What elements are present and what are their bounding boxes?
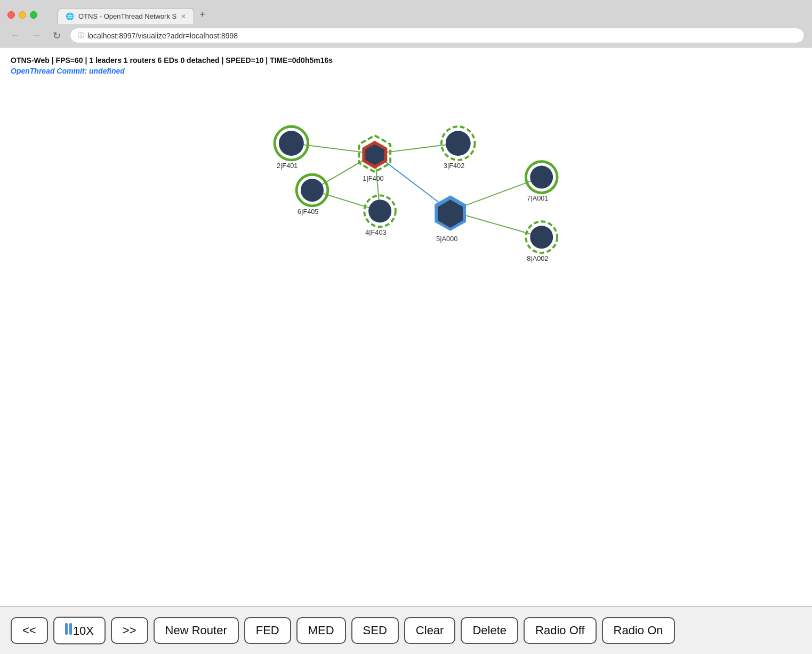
label-2: 2|F401 xyxy=(277,162,298,170)
radio-off-button[interactable]: Radio Off xyxy=(524,617,597,644)
radio-on-button[interactable]: Radio On xyxy=(602,617,675,644)
forward-button[interactable]: → xyxy=(29,29,44,42)
tab-favicon: 🌐 xyxy=(66,12,74,20)
node-7[interactable] xyxy=(526,162,557,193)
reload-button[interactable]: ↻ xyxy=(50,29,63,43)
browser-tab[interactable]: 🌐 OTNS - OpenThread Network S ✕ xyxy=(58,8,194,24)
label-4: 4|F403 xyxy=(365,228,386,236)
node-3[interactable] xyxy=(441,126,475,160)
label-7: 7|A001 xyxy=(527,194,548,202)
tab-close-button[interactable]: ✕ xyxy=(181,13,186,20)
label-6: 6|F405 xyxy=(298,208,318,216)
new-tab-button[interactable]: + xyxy=(194,5,211,24)
svg-line-0 xyxy=(291,143,374,154)
label-5: 5|A000 xyxy=(436,235,457,243)
node-6[interactable] xyxy=(296,174,328,206)
traffic-lights xyxy=(7,11,37,19)
page-content: OTNS-Web | FPS=60 | 1 leaders 1 routers … xyxy=(0,47,812,634)
node-4[interactable] xyxy=(364,195,396,227)
label-3: 3|F402 xyxy=(444,162,464,170)
back-button[interactable]: ← xyxy=(7,29,22,42)
lock-icon: ⓘ xyxy=(78,31,84,40)
svg-point-16 xyxy=(368,200,391,222)
node-8[interactable] xyxy=(526,221,557,253)
label-1: 1|F400 xyxy=(363,174,383,182)
close-button[interactable] xyxy=(7,11,15,19)
title-bar: 🌐 OTNS - OpenThread Network S ✕ + xyxy=(0,0,812,24)
tab-bar: 🌐 OTNS - OpenThread Network S ✕ + xyxy=(58,5,211,24)
pause-icon xyxy=(65,623,72,635)
tab-title: OTNS - OpenThread Network S xyxy=(78,12,176,20)
minimize-button[interactable] xyxy=(19,11,26,19)
node-5[interactable] xyxy=(435,195,466,230)
node-2[interactable] xyxy=(275,126,308,160)
fed-button[interactable]: FED xyxy=(244,617,291,644)
sed-button[interactable]: SED xyxy=(351,617,399,644)
node-1[interactable] xyxy=(359,135,391,172)
toolbar: << 10X >> New Router FED MED SED Clear D… xyxy=(0,606,812,654)
clear-button[interactable]: Clear xyxy=(404,617,456,644)
network-visualization[interactable]: 1|F400 2|F401 3|F402 4|F403 xyxy=(11,86,801,321)
back-speed-button[interactable]: << xyxy=(11,617,48,644)
commit-line: OpenThread Commit: undefined xyxy=(11,67,801,75)
status-bar: OTNS-Web | FPS=60 | 1 leaders 1 routers … xyxy=(11,56,801,65)
svg-point-14 xyxy=(446,131,471,156)
new-router-button[interactable]: New Router xyxy=(154,617,239,644)
delete-button[interactable]: Delete xyxy=(461,617,518,644)
maximize-button[interactable] xyxy=(30,11,37,19)
med-button[interactable]: MED xyxy=(296,617,346,644)
browser-chrome: 🌐 OTNS - OpenThread Network S ✕ + ← → ↻ … xyxy=(0,0,812,47)
address-text: localhost:8997/visualize?addr=localhost:… xyxy=(87,31,238,40)
svg-point-22 xyxy=(530,166,553,189)
forward-speed-button[interactable]: >> xyxy=(111,617,148,644)
svg-point-20 xyxy=(301,179,324,202)
svg-point-12 xyxy=(279,131,304,156)
address-bar-row: ← → ↻ ⓘ localhost:8997/visualize?addr=lo… xyxy=(0,24,812,47)
label-8: 8|A002 xyxy=(527,254,548,262)
network-svg: 1|F400 2|F401 3|F402 4|F403 xyxy=(11,86,801,321)
pause-speed-button[interactable]: 10X xyxy=(53,617,106,644)
address-box[interactable]: ⓘ localhost:8997/visualize?addr=localhos… xyxy=(70,28,805,43)
svg-point-24 xyxy=(530,226,553,249)
